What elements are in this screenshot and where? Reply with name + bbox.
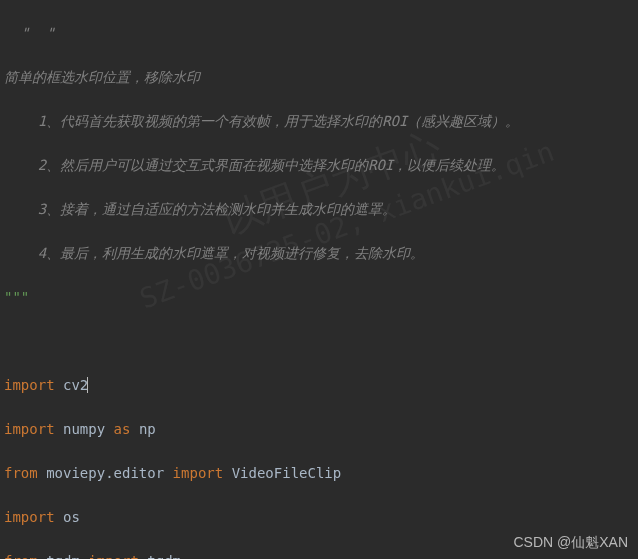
comment-intro: 简单的框选水印位置，移除水印: [4, 69, 200, 85]
comment-step-2: 2、然后用户可以通过交互式界面在视频中选择水印的ROI，以便后续处理。: [38, 157, 506, 173]
kw-from-2: from: [4, 553, 38, 559]
kw-import-4: import: [4, 509, 55, 525]
comment-step-1: 1、代码首先获取视频的第一个有效帧，用于选择水印的ROI（感兴趣区域）。: [38, 113, 520, 129]
kw-as: as: [114, 421, 131, 437]
mod-moviepy: moviepy.editor: [46, 465, 164, 481]
comment-step-4: 4、最后，利用生成的水印遮罩，对视频进行修复，去除水印。: [38, 245, 424, 261]
attribution-label: CSDN @仙魁XAN: [513, 531, 628, 553]
kw-from-1: from: [4, 465, 38, 481]
name-tqdm: tqdm: [147, 553, 181, 559]
kw-import-3: import: [173, 465, 224, 481]
mod-tqdm: tqdm: [46, 553, 80, 559]
mod-numpy: numpy: [63, 421, 105, 437]
kw-import-5: import: [88, 553, 139, 559]
comment-step-3: 3、接着，通过自适应的方法检测水印并生成水印的遮罩。: [38, 201, 396, 217]
docstring-close: """: [4, 289, 29, 305]
mod-os: os: [63, 509, 80, 525]
code-editor[interactable]: " " 简单的框选水印位置，移除水印 1、代码首先获取视频的第一个有效帧，用于选…: [0, 0, 638, 559]
alias-np: np: [139, 421, 156, 437]
kw-import-1: import: [4, 377, 55, 393]
mod-cv2: cv2: [63, 377, 88, 393]
kw-import-2: import: [4, 421, 55, 437]
cls-vfc: VideoFileClip: [232, 465, 342, 481]
